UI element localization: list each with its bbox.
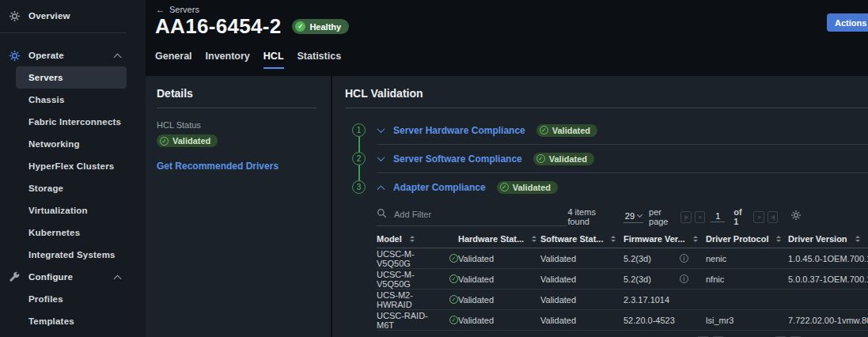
column-header-hardware-status[interactable]: Hardware Stat... bbox=[458, 234, 540, 244]
driver-version-cell: 1.0.45.0-1OEM.700.1.0 bbox=[788, 254, 868, 263]
overview-icon bbox=[8, 9, 21, 22]
sidebar-item-templates[interactable]: Templates bbox=[0, 310, 146, 332]
validated-check-icon: ✓ bbox=[449, 254, 458, 263]
sidebar-section-configure[interactable]: Configure bbox=[0, 266, 146, 288]
sidebar-item-integrated-systems[interactable]: Integrated Systems bbox=[0, 244, 146, 266]
filter-input[interactable]: Add Filter bbox=[377, 207, 567, 226]
step-number-badge: 2 bbox=[352, 152, 366, 165]
table-row[interactable]: UCSC-RAID-M6T✓ Validated Validated 52.20… bbox=[377, 310, 868, 331]
software-status-cell: Validated bbox=[540, 275, 624, 284]
sort-icon[interactable] bbox=[776, 236, 781, 242]
column-header-driver-protocol[interactable]: Driver Protocol bbox=[706, 234, 788, 244]
page-title: AA16-6454-2 bbox=[155, 14, 281, 39]
hardware-status-cell: Validated bbox=[458, 295, 540, 305]
column-header-driver-version[interactable]: Driver Version bbox=[788, 234, 868, 244]
step-label[interactable]: Adapter Compliance bbox=[393, 182, 486, 193]
info-icon[interactable]: i bbox=[680, 254, 688, 263]
table-header-row: Model Hardware Stat... Software Stat... … bbox=[377, 229, 868, 248]
step-number-badge: 3 bbox=[352, 180, 366, 194]
sidebar-item-kubernetes[interactable]: Kubernetes bbox=[0, 222, 146, 244]
sidebar-item-fabric-interconnects[interactable]: Fabric Interconnects bbox=[0, 111, 146, 133]
column-header-firmware-version[interactable]: Firmware Ver... bbox=[624, 234, 706, 244]
back-arrow-icon[interactable]: ← bbox=[156, 5, 165, 14]
details-divider bbox=[157, 108, 316, 108]
column-label: Driver Protocol bbox=[706, 234, 768, 244]
sidebar-item-profiles[interactable]: Profiles bbox=[0, 288, 146, 310]
tab-general[interactable]: General bbox=[155, 51, 192, 69]
first-page-button[interactable]: |< bbox=[680, 211, 691, 223]
column-header-model[interactable]: Model bbox=[377, 234, 458, 244]
check-circle-icon: ✓ bbox=[500, 183, 509, 191]
app-window: Overview Operate Servers Chassis Fabric … bbox=[0, 0, 868, 337]
chevron-down-icon[interactable] bbox=[377, 153, 385, 161]
chevron-down-icon[interactable] bbox=[377, 125, 385, 133]
tab-bar: General Inventory HCL Statistics bbox=[155, 51, 341, 69]
sort-icon[interactable] bbox=[532, 236, 536, 242]
breadcrumb-label[interactable]: Servers bbox=[169, 5, 199, 14]
adapter-grid: Model Hardware Stat... Software Stat... … bbox=[377, 229, 868, 331]
tab-inventory[interactable]: Inventory bbox=[206, 51, 250, 69]
sidebar-section-operate[interactable]: Operate bbox=[0, 44, 146, 66]
column-label: Hardware Stat... bbox=[458, 234, 524, 244]
sort-icon[interactable] bbox=[693, 236, 698, 242]
chevron-down-icon bbox=[637, 211, 642, 217]
driver-version-cell: 7.722.02.00-1vmw.80 bbox=[788, 316, 868, 325]
sidebar-item-chassis[interactable]: Chassis bbox=[0, 89, 146, 111]
software-status-cell: Validated bbox=[540, 254, 624, 263]
hcl-validation-heading: HCL Validation bbox=[345, 87, 868, 100]
model-value: UCSC-RAID-M6T bbox=[377, 311, 445, 330]
sidebar-item-storage[interactable]: Storage bbox=[0, 177, 146, 199]
sidebar-item-virtualization[interactable]: Virtualization bbox=[0, 199, 146, 222]
per-page-label: per page bbox=[649, 207, 668, 226]
next-page-button[interactable]: > bbox=[753, 211, 764, 223]
step-label[interactable]: Server Hardware Compliance bbox=[393, 125, 525, 136]
breadcrumb[interactable]: ← Servers bbox=[156, 5, 199, 14]
firmware-version-cell: 2.3.17.1014 bbox=[624, 295, 706, 305]
configure-icon bbox=[8, 271, 21, 283]
check-icon: ✓ bbox=[295, 21, 305, 32]
sidebar-item-hyperflex-clusters[interactable]: HyperFlex Clusters bbox=[0, 155, 146, 177]
model-cell: UCS-M2-HWRAID✓ bbox=[377, 290, 458, 309]
table-row[interactable]: UCSC-M-V5Q50G✓ Validated Validated 5.2(3… bbox=[377, 269, 868, 290]
hcl-validation-panel: HCL Validation 1 Server Hardware Complia… bbox=[332, 76, 868, 337]
sidebar-section-label: Operate bbox=[28, 51, 64, 60]
search-icon bbox=[377, 207, 387, 222]
sidebar-item-label: Templates bbox=[28, 316, 74, 326]
sidebar-item-label: Servers bbox=[28, 73, 63, 82]
sort-icon[interactable] bbox=[410, 236, 415, 242]
actions-button[interactable]: Actions bbox=[827, 13, 868, 32]
chevron-up-icon[interactable] bbox=[377, 185, 385, 193]
previous-page-button[interactable]: < bbox=[695, 211, 705, 223]
tab-hcl[interactable]: HCL bbox=[263, 51, 284, 69]
last-page-button[interactable]: >| bbox=[768, 211, 778, 223]
sidebar-item-label: Networking bbox=[28, 139, 80, 149]
sort-icon[interactable] bbox=[611, 236, 616, 242]
table-row[interactable]: UCSC-M-V5Q50G✓ Validated Validated 5.2(3… bbox=[377, 248, 868, 269]
adapter-compliance-table: Add Filter 4 items found 29 per page bbox=[377, 207, 868, 337]
get-recommended-drivers-link[interactable]: Get Recommended Drivers bbox=[157, 161, 318, 172]
items-found-label: 4 items found bbox=[567, 207, 605, 226]
chevron-up-icon bbox=[114, 275, 122, 283]
model-value: UCS-M2-HWRAID bbox=[377, 290, 445, 309]
per-page-control: 29 per page bbox=[624, 207, 669, 226]
sidebar-item-label: Chassis bbox=[28, 95, 65, 104]
step-label[interactable]: Server Software Compliance bbox=[393, 153, 522, 165]
sidebar-item-servers[interactable]: Servers bbox=[16, 66, 127, 89]
sidebar-item-networking[interactable]: Networking bbox=[0, 133, 146, 155]
page-number-input[interactable]: 1 bbox=[711, 211, 725, 222]
hcl-status-value: Validated bbox=[172, 136, 210, 146]
details-panel: Details HCL Status ✓ Validated Get Recom… bbox=[146, 76, 332, 337]
sort-icon[interactable] bbox=[855, 236, 860, 242]
info-icon[interactable]: i bbox=[680, 275, 688, 283]
table-controls: Add Filter 4 items found 29 per page bbox=[377, 207, 868, 226]
per-page-select[interactable]: 29 bbox=[624, 211, 643, 223]
model-cell: UCSC-M-V5Q50G✓ bbox=[377, 249, 458, 268]
tab-statistics[interactable]: Statistics bbox=[298, 51, 342, 69]
sidebar-item-overview[interactable]: Overview bbox=[0, 5, 146, 27]
table-row[interactable]: UCS-M2-HWRAID✓ Validated Validated 2.3.1… bbox=[377, 290, 868, 310]
model-cell: UCSC-RAID-M6T✓ bbox=[377, 311, 458, 330]
column-header-software-status[interactable]: Software Stat... bbox=[540, 234, 624, 244]
check-circle-icon: ✓ bbox=[540, 126, 548, 134]
health-status-badge: ✓ Healthy bbox=[292, 19, 349, 34]
table-settings-gear-icon[interactable] bbox=[790, 210, 802, 224]
